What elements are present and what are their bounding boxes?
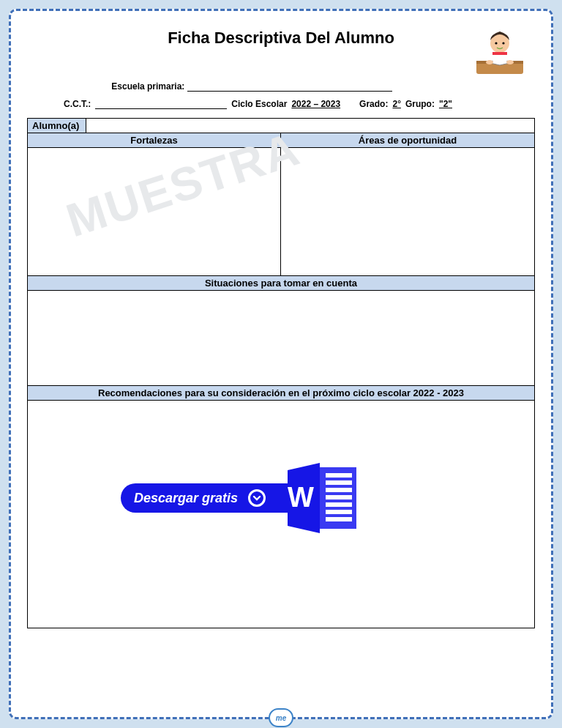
header-fortalezas: Fortalezas <box>28 133 281 147</box>
svg-point-5 <box>502 42 504 44</box>
student-desk-icon <box>471 27 529 78</box>
svg-point-4 <box>495 42 497 44</box>
header-recomendaciones: Recomendaciones para su consideración en… <box>28 386 534 401</box>
alumno-field <box>86 119 534 133</box>
ciclo-label: Ciclo Escolar <box>231 99 287 109</box>
svg-rect-15 <box>326 510 352 514</box>
grado-label: Grado: <box>359 99 388 109</box>
areas-field <box>281 148 534 275</box>
form-table: Alumno(a) Fortalezas Áreas de oportunida… <box>27 118 535 628</box>
escuela-label: Escuela primaria: <box>111 81 184 92</box>
footer-logo: me <box>269 708 293 727</box>
svg-rect-11 <box>326 480 352 485</box>
download-label: Descargar gratis <box>134 491 238 506</box>
svg-rect-7 <box>492 52 507 55</box>
meta-block: Escuela primaria: C.C.T.: Ciclo Escolar … <box>27 81 535 109</box>
svg-rect-14 <box>326 502 352 507</box>
document-frame: Ficha Descriptiva Del Alumno Escuela pri… <box>9 9 553 719</box>
escuela-blank <box>187 81 392 92</box>
svg-rect-10 <box>326 473 352 478</box>
grado-value: 2° <box>392 99 400 109</box>
download-button[interactable]: Descargar gratis W <box>121 461 364 535</box>
chevron-down-icon <box>248 489 266 507</box>
situaciones-field <box>28 291 534 386</box>
fortalezas-field <box>28 148 281 275</box>
ciclo-value: 2022 – 2023 <box>291 99 340 109</box>
svg-rect-12 <box>326 488 352 492</box>
svg-text:W: W <box>288 482 314 513</box>
grupo-value: "2" <box>439 99 452 109</box>
svg-rect-13 <box>326 495 352 499</box>
svg-point-8 <box>486 60 493 64</box>
svg-point-9 <box>506 60 514 64</box>
cct-label: C.C.T.: <box>64 99 91 109</box>
header-situaciones: Situaciones para tomar en cuenta <box>28 276 534 291</box>
header-alumno: Alumno(a) <box>28 119 86 133</box>
svg-rect-16 <box>326 517 352 521</box>
page-title: Ficha Descriptiva Del Alumno <box>27 29 535 48</box>
cct-blank <box>95 99 227 109</box>
grupo-label: Grupo: <box>405 99 435 109</box>
word-file-icon: W <box>283 461 364 535</box>
header-areas: Áreas de oportunidad <box>281 133 534 147</box>
